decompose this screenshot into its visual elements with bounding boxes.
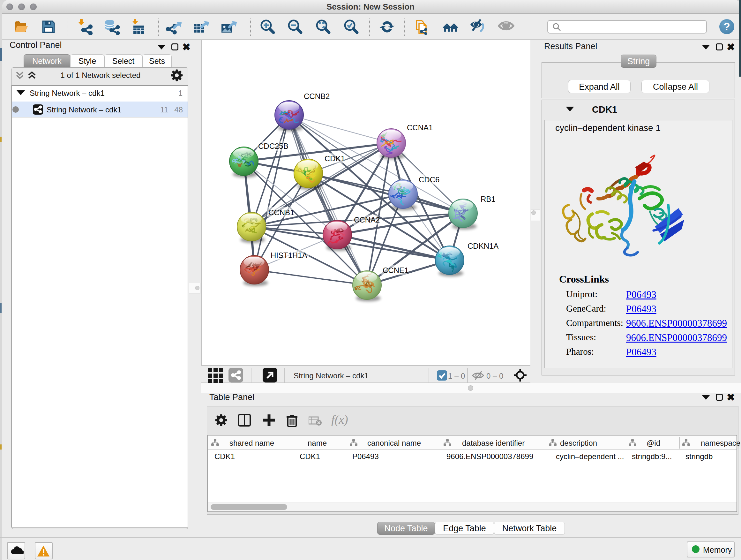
svg-text:CCNB1: CCNB1 [268,208,294,217]
svg-text:CDKN1A: CDKN1A [468,242,498,250]
svg-text:CDC6: CDC6 [419,175,440,184]
svg-text:CCNB2: CCNB2 [304,92,330,101]
svg-text:CDC25B: CDC25B [258,142,288,150]
svg-text:RB1: RB1 [481,195,495,203]
svg-text:CCNE1: CCNE1 [383,266,408,274]
svg-text:CCNA1: CCNA1 [407,123,433,132]
svg-text:CDK1: CDK1 [325,154,345,163]
svg-text:CCNA2: CCNA2 [354,215,380,224]
svg-text:HIST1H1A: HIST1H1A [271,251,307,260]
